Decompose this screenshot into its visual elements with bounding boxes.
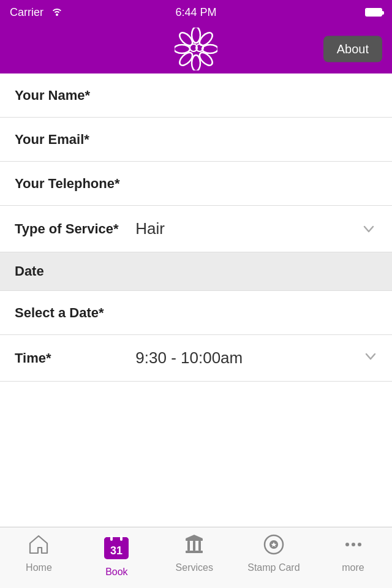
email-input[interactable] bbox=[135, 132, 377, 148]
time-value-wrapper[interactable]: 9:30 - 10:00am bbox=[135, 349, 377, 368]
tab-services[interactable]: Services bbox=[170, 533, 219, 573]
carrier-label: Carrier bbox=[10, 6, 43, 19]
svg-point-2 bbox=[202, 45, 217, 53]
service-select-wrapper[interactable]: Hair bbox=[135, 219, 377, 238]
time-label: Time* bbox=[15, 350, 135, 366]
svg-rect-17 bbox=[186, 538, 203, 541]
date-section-header: Date bbox=[0, 252, 392, 291]
chevron-down-icon bbox=[360, 221, 377, 238]
service-value: Hair bbox=[135, 219, 165, 238]
select-date-label: Select a Date* bbox=[15, 305, 104, 321]
name-label: Your Name* bbox=[15, 88, 135, 104]
more-icon bbox=[342, 533, 364, 559]
svg-text:31: 31 bbox=[110, 545, 123, 557]
time-chevron-icon bbox=[364, 350, 377, 367]
svg-rect-18 bbox=[187, 541, 190, 551]
tab-stamp-card-label: Stamp Card bbox=[247, 562, 300, 573]
status-left: Carrier ︂ bbox=[10, 6, 63, 19]
tab-home[interactable]: Home bbox=[14, 533, 63, 573]
service-field[interactable]: Type of Service* Hair bbox=[0, 206, 392, 252]
services-icon bbox=[183, 533, 205, 559]
tab-more-label: more bbox=[342, 562, 364, 573]
tab-book[interactable]: 31 Book bbox=[92, 533, 141, 578]
svg-rect-13 bbox=[110, 535, 113, 541]
svg-rect-14 bbox=[120, 535, 123, 541]
booking-form: Your Name* Your Email* Your Telephone* T… bbox=[0, 74, 392, 382]
svg-point-25 bbox=[358, 543, 361, 546]
header: About bbox=[0, 24, 392, 74]
about-button[interactable]: About bbox=[323, 36, 382, 62]
date-section-label: Date bbox=[15, 263, 44, 279]
date-field[interactable]: Select a Date* bbox=[0, 291, 392, 335]
name-field: Your Name* bbox=[0, 74, 392, 118]
svg-point-23 bbox=[345, 543, 349, 546]
status-right bbox=[365, 8, 382, 17]
svg-point-4 bbox=[192, 55, 200, 70]
tab-services-label: Services bbox=[176, 562, 213, 573]
svg-point-24 bbox=[352, 543, 355, 546]
time-field[interactable]: Time* 9:30 - 10:00am bbox=[0, 335, 392, 382]
email-label: Your Email* bbox=[15, 132, 135, 148]
book-calendar-icon: 31 bbox=[103, 533, 130, 563]
telephone-input[interactable] bbox=[135, 176, 377, 192]
status-time: 6:44 PM bbox=[175, 6, 216, 19]
name-input[interactable] bbox=[135, 88, 377, 104]
svg-rect-19 bbox=[193, 541, 195, 551]
telephone-label: Your Telephone* bbox=[15, 176, 135, 192]
wifi-icon: ︂ bbox=[48, 6, 63, 18]
svg-marker-21 bbox=[186, 535, 203, 538]
stamp-card-icon bbox=[263, 533, 285, 559]
tab-bar: Home 31 Book bbox=[0, 527, 392, 588]
tab-more[interactable]: more bbox=[329, 533, 378, 573]
time-value: 9:30 - 10:00am bbox=[135, 349, 243, 368]
service-label: Type of Service* bbox=[15, 221, 135, 237]
home-icon bbox=[28, 533, 50, 559]
telephone-field: Your Telephone* bbox=[0, 162, 392, 206]
app-logo bbox=[175, 28, 217, 70]
tab-stamp-card[interactable]: Stamp Card bbox=[247, 533, 300, 573]
svg-point-6 bbox=[175, 45, 190, 53]
tab-book-label: Book bbox=[105, 567, 127, 578]
email-field: Your Email* bbox=[0, 118, 392, 162]
status-bar: Carrier ︂ 6:44 PM bbox=[0, 0, 392, 24]
svg-rect-16 bbox=[186, 551, 203, 553]
tab-home-label: Home bbox=[26, 562, 52, 573]
svg-rect-20 bbox=[198, 541, 201, 551]
battery-icon bbox=[365, 8, 382, 17]
svg-point-0 bbox=[192, 28, 200, 43]
